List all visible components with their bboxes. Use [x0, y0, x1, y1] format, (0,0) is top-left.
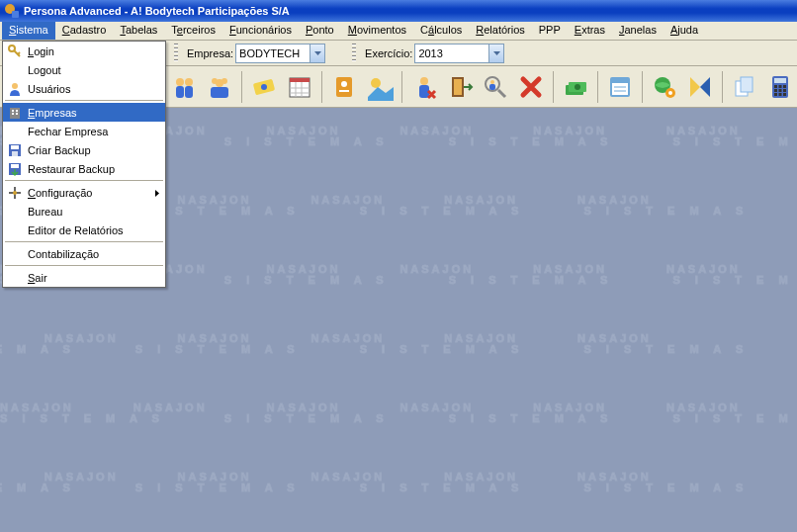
svg-rect-41 [741, 77, 753, 92]
menu-ppp[interactable]: PPP [532, 22, 568, 40]
user-icon [7, 81, 23, 97]
toolbar-separator [241, 71, 242, 103]
menu-item-contabilização[interactable]: Contabilização [3, 244, 165, 263]
menu-ajuda[interactable]: Ajuda [664, 22, 705, 40]
toolbar-separator [553, 71, 554, 103]
menu-tabelas[interactable]: Tabelas [113, 22, 164, 40]
svg-rect-1 [12, 11, 19, 18]
svg-point-32 [575, 84, 580, 90]
menu-item-editor-de-relatórios[interactable]: Editor de Relatórios [3, 221, 165, 239]
calendar-button[interactable] [284, 71, 315, 103]
people-group-2-button[interactable] [204, 71, 235, 103]
form-button[interactable] [604, 71, 636, 103]
sistema-menu: LoginLogoutUsuáriosEmpresasFechar Empres… [2, 41, 166, 288]
menu-item-login[interactable]: Login [3, 42, 165, 60]
menu-item-logout[interactable]: Logout [3, 60, 165, 79]
config-icon [7, 185, 23, 201]
svg-point-21 [371, 78, 381, 88]
yellow-blue-x-button[interactable] [684, 71, 716, 103]
svg-rect-60 [12, 113, 14, 115]
menu-item-label: Usuários [28, 83, 70, 95]
menu-item-empresas[interactable]: Empresas [3, 103, 165, 122]
sun-mountain-button[interactable] [364, 71, 396, 103]
svg-rect-9 [211, 87, 228, 98]
menu-item-fechar-empresa[interactable]: Fechar Empresa [3, 122, 165, 140]
exercicio-input[interactable] [415, 44, 488, 62]
menu-bar: SistemaCadastroTabelasTerceirosFuncionár… [0, 22, 797, 41]
calculator-button[interactable] [764, 71, 796, 103]
blank-icon [7, 62, 23, 78]
exercicio-combo[interactable] [414, 44, 504, 63]
svg-rect-48 [779, 89, 782, 92]
menu-item-bureau[interactable]: Bureau [3, 202, 165, 221]
blank-icon [7, 204, 23, 220]
exercicio-label: Exercício: [365, 47, 412, 59]
menu-item-criar-backup[interactable]: Criar Backup [3, 140, 165, 159]
chevron-down-icon[interactable] [488, 44, 503, 62]
svg-rect-61 [16, 113, 18, 115]
red-x-button[interactable] [515, 71, 547, 103]
menu-item-configuração[interactable]: Configuração [3, 183, 165, 202]
empresa-combo[interactable] [235, 44, 325, 63]
svg-rect-28 [489, 84, 495, 90]
svg-point-22 [420, 77, 428, 85]
menu-item-usuários[interactable]: Usuários [3, 79, 165, 98]
empresa-input[interactable] [236, 44, 310, 62]
svg-rect-52 [783, 93, 786, 96]
svg-rect-51 [779, 93, 782, 96]
svg-rect-57 [10, 108, 20, 119]
key-icon [7, 44, 23, 59]
restore-icon [7, 161, 23, 177]
menu-item-label: Restaurar Backup [28, 163, 115, 175]
people-group-1-button[interactable] [168, 71, 200, 103]
search-person-button[interactable] [480, 71, 511, 103]
svg-point-69 [13, 191, 17, 195]
svg-rect-45 [779, 85, 782, 88]
menu-cálculos[interactable]: Cálculos [413, 22, 469, 40]
chevron-down-icon[interactable] [310, 44, 324, 62]
svg-line-29 [498, 90, 505, 97]
copy-docs-button[interactable] [729, 71, 760, 103]
menu-movimentos[interactable]: Movimentos [341, 22, 413, 40]
badge-button[interactable] [328, 71, 360, 103]
menu-janelas[interactable]: Janelas [612, 22, 664, 40]
svg-point-2 [176, 78, 184, 86]
menu-terceiros[interactable]: Terceiros [164, 22, 222, 40]
menu-cadastro[interactable]: Cadastro [55, 22, 114, 40]
door-exit-button[interactable] [444, 71, 476, 103]
menu-item-restaurar-backup[interactable]: Restaurar Backup [3, 159, 165, 178]
app-icon [4, 3, 20, 19]
blank-icon [7, 246, 23, 262]
svg-rect-49 [783, 89, 786, 92]
menu-funcionários[interactable]: Funcionários [222, 22, 299, 40]
svg-rect-50 [774, 93, 777, 96]
menu-separator [5, 180, 163, 181]
svg-rect-58 [12, 110, 14, 112]
menu-item-label: Contabilização [28, 248, 99, 260]
menu-item-label: Criar Backup [28, 144, 91, 156]
menu-sistema[interactable]: Sistema [2, 22, 55, 40]
menu-item-label: Logout [28, 64, 61, 76]
building-icon [7, 105, 23, 121]
svg-line-55 [18, 52, 20, 54]
menu-relatórios[interactable]: Relatórios [469, 22, 532, 40]
svg-rect-3 [176, 86, 184, 98]
toolbar-separator [597, 71, 598, 103]
svg-rect-64 [12, 151, 18, 156]
menu-extras[interactable]: Extras [568, 22, 612, 40]
window-title: Persona Advanced - A! Bodytech Participa… [24, 5, 290, 17]
toolbar-separator [401, 71, 402, 103]
svg-rect-13 [290, 78, 310, 82]
menu-separator [5, 265, 163, 266]
toolbar-grip [174, 44, 178, 63]
blank-icon [7, 124, 23, 139]
money-button[interactable] [560, 71, 591, 103]
ticket-button[interactable] [248, 71, 280, 103]
globe-gear-button[interactable] [649, 71, 680, 103]
toolbar-separator [722, 71, 723, 103]
menu-item-label: Editor de Relatórios [28, 224, 124, 236]
menu-ponto[interactable]: Ponto [299, 22, 341, 40]
person-red-button[interactable] [408, 71, 440, 103]
menu-item-sair[interactable]: Sair [3, 268, 165, 287]
svg-point-19 [341, 81, 347, 87]
